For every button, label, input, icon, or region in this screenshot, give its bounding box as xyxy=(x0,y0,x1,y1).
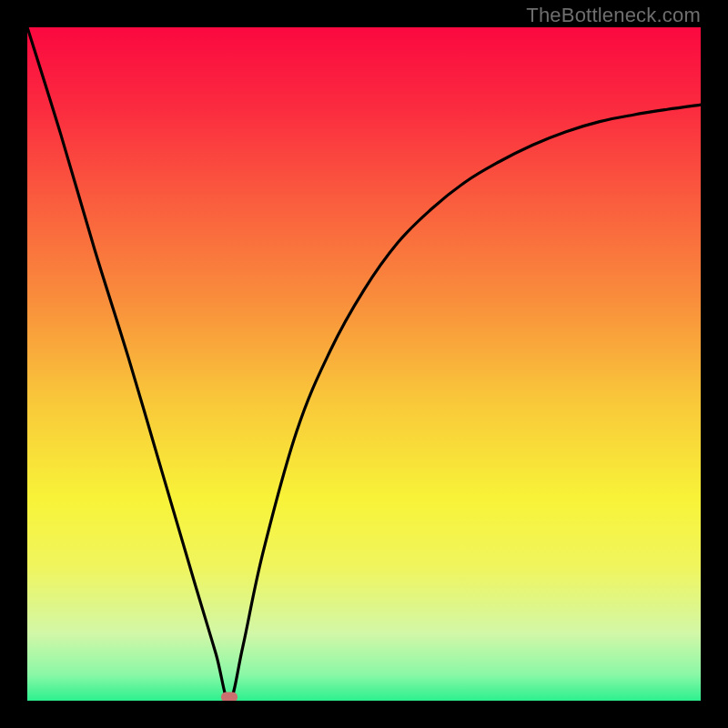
bottleneck-curve xyxy=(27,27,701,701)
attribution-label: TheBottleneck.com xyxy=(526,4,701,27)
plot-area xyxy=(27,27,701,701)
chart-frame: TheBottleneck.com xyxy=(0,0,728,728)
minimum-marker xyxy=(221,693,238,702)
